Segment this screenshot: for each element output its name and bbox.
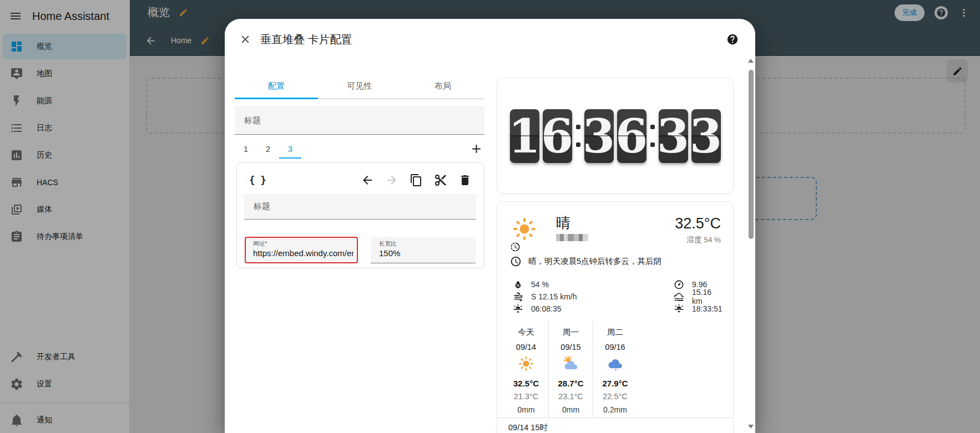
cut-icon[interactable] [434, 174, 447, 187]
delete-icon[interactable] [458, 174, 472, 187]
copy-icon[interactable] [410, 174, 423, 187]
redo-icon [385, 174, 398, 187]
tab-layout[interactable]: 布局 [401, 74, 484, 98]
tab-config[interactable]: 配置 [235, 74, 318, 98]
weather-temperature: 32.5°C [675, 215, 721, 232]
fog-icon [674, 292, 684, 302]
forecast-day-1: 周一 09/15 28.7°C 23.1°C 0mm [548, 320, 593, 417]
hourly-forecast-header: 09/14 15时 [497, 417, 733, 433]
clock-digit: 3 [584, 109, 614, 163]
weather-condition: 晴 [556, 215, 588, 232]
clock-icon [510, 256, 522, 267]
weather-card: 晴 32.5°C 湿度 54 % 晴，明天凌晨5点钟后转多云，其后阴 54 % [497, 201, 734, 433]
url-field-label: 网址* [253, 240, 357, 248]
gauge-icon [674, 279, 684, 290]
wind-icon [513, 292, 523, 302]
forecast-day-2: 周二 09/16 27.9°C 22.5°C 0.2mm [593, 320, 637, 417]
aspect-ratio-field[interactable]: 长宽比 [371, 237, 476, 263]
clock-digit: 3 [691, 109, 721, 163]
stack-title-field-label: 标题 [244, 115, 261, 125]
clock-digit: 6 [543, 109, 572, 163]
close-icon[interactable] [239, 33, 251, 45]
dialog-tabbar: 配置 可见性 布局 [235, 74, 484, 99]
clock-digit: 6 [617, 109, 646, 163]
dialog-title: 垂直堆叠 卡片配置 [260, 32, 352, 47]
card-title-field-label: 标题 [254, 201, 270, 212]
sun-icon [512, 216, 537, 242]
card-config-dialog: 垂直堆叠 卡片配置 配置 可见性 布局 标题 1 2 3 { } [225, 19, 755, 433]
weather-forecast: 今天 09/14 32.5°C 21.3°C 0mm 周一 09/15 28.7… [497, 320, 637, 417]
stack-tab-1[interactable]: 1 [235, 140, 257, 159]
card-preview-column: 1 6 3 6 3 3 晴 32.5°C 湿度 54 % [497, 78, 734, 433]
sunset-icon [674, 304, 684, 314]
tab-visibility[interactable]: 可见性 [318, 74, 401, 98]
yaml-editor-toggle[interactable]: { } [249, 175, 266, 186]
clock-colon [575, 125, 581, 147]
attr-wind: S 12.15 km/h [513, 291, 674, 303]
stack-card-tabs: 1 2 3 [235, 140, 484, 159]
card-editor: { } 标题 网址* 长宽比 [236, 162, 484, 268]
partly-cloudy-icon [563, 355, 579, 372]
sunny-icon [518, 355, 534, 372]
sunrise-icon [513, 304, 523, 314]
aspect-ratio-field-label: 长宽比 [379, 240, 476, 248]
attr-sunset: 18:33:51 [674, 303, 723, 315]
location-redacted [556, 234, 588, 241]
weather-summary: 晴，明天凌晨5点钟后转多云，其后阴 [528, 256, 661, 267]
water-percent-icon [513, 279, 523, 290]
scroll-up-arrow[interactable] [748, 59, 754, 63]
stack-title-field[interactable]: 标题 [235, 106, 484, 135]
attr-visibility: 15.16 km [674, 291, 723, 303]
clock-digit: 1 [510, 109, 539, 163]
dialog-help-icon[interactable] [726, 33, 739, 45]
attr-sunrise: 06:08:35 [513, 303, 674, 315]
stack-tab-3[interactable]: 3 [279, 140, 301, 159]
attr-humidity: 54 % [513, 278, 674, 291]
forecast-day-0: 今天 09/14 32.5°C 21.3°C 0mm [504, 320, 548, 417]
scrollbar-thumb[interactable] [749, 70, 754, 239]
weather-attributes: 54 % S 12.15 km/h 06:08:35 9.96 15.16 km [513, 278, 722, 315]
flip-clock-card: 1 6 3 6 3 3 [497, 78, 734, 194]
weather-humidity: 湿度 54 % [675, 235, 721, 245]
stack-tab-2[interactable]: 2 [257, 140, 279, 159]
dialog-scrollbar [747, 55, 755, 433]
add-card-icon[interactable] [469, 142, 483, 156]
url-input[interactable] [253, 248, 357, 258]
url-field[interactable]: 网址* [245, 237, 358, 263]
scroll-down-arrow[interactable] [748, 425, 754, 429]
aspect-ratio-input[interactable] [379, 248, 476, 258]
progress-clock-icon [510, 242, 521, 252]
undo-icon[interactable] [361, 174, 374, 187]
config-form-column: 配置 可见性 布局 标题 1 2 3 { } [235, 74, 484, 268]
card-title-field[interactable]: 标题 [244, 193, 476, 220]
cloudy-icon [607, 355, 624, 372]
clock-digit: 3 [659, 109, 688, 163]
clock-colon [650, 125, 655, 147]
